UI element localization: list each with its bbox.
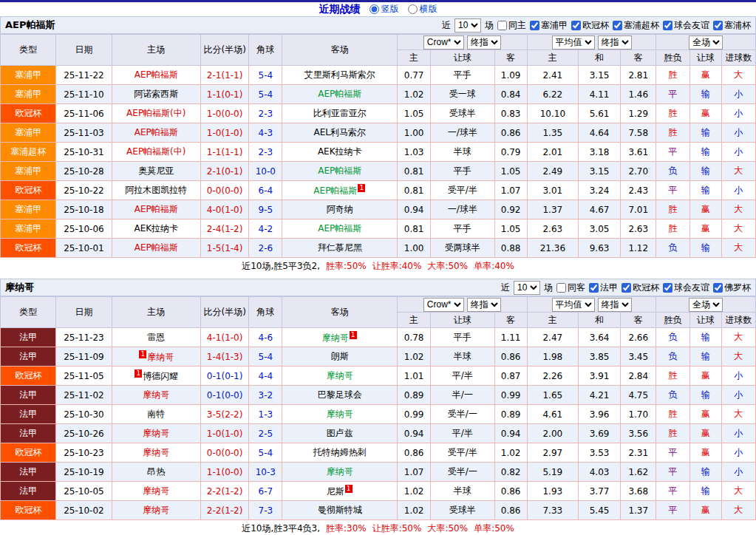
team-name[interactable]: 摩纳哥 <box>322 333 349 343</box>
avg-cell: 4.11 <box>578 85 620 104</box>
team-name[interactable]: AEP帕福斯 <box>134 242 178 253</box>
layout-option-horizontal[interactable]: 横版 <box>408 3 437 16</box>
avg-cell: 2.97 <box>527 443 578 463</box>
goals-cell: 大 <box>721 347 755 367</box>
team-name[interactable]: 托特纳姆热刺 <box>313 447 367 457</box>
avg-cell: 2.66 <box>621 328 656 347</box>
team-name[interactable]: 奥莫尼亚 <box>138 166 174 176</box>
team-name[interactable]: 摩纳哥 <box>327 409 353 419</box>
league-checkbox[interactable] <box>713 21 723 30</box>
team-name[interactable]: AEK拉纳卡 <box>318 146 362 157</box>
team-name[interactable]: 摩纳哥 <box>147 352 174 362</box>
match-row: 欧冠杯25-11-06AEP帕福斯(中)1-0(0-0)2-3比利亚雷亚尔1.0… <box>1 104 756 123</box>
away-team-cell: AEP帕福斯 <box>282 162 398 181</box>
league-filter[interactable]: 球会友谊 <box>663 19 709 32</box>
league-checkbox[interactable] <box>663 21 672 30</box>
league-filter[interactable]: 塞浦杯 <box>713 19 751 32</box>
team-name[interactable]: 摩纳哥 <box>143 428 169 438</box>
odds-company-select[interactable]: Crow* <box>423 35 464 50</box>
result-cell: 胜 <box>656 219 689 239</box>
recent-count-select[interactable]: 10 <box>454 18 481 33</box>
same-venue-checkbox[interactable] <box>497 21 507 30</box>
avg-cell: 3.64 <box>578 328 620 347</box>
league-checkbox[interactable] <box>663 283 672 293</box>
league-filter[interactable]: 欧冠杯 <box>571 19 609 32</box>
team-name[interactable]: AEK拉纳卡 <box>134 223 178 234</box>
avg-source-select[interactable]: 平均值 <box>552 35 595 50</box>
col-odds-handicap: 让球 <box>431 313 494 328</box>
team-name[interactable]: 摩纳哥 <box>143 505 169 515</box>
team-name[interactable]: 朗斯 <box>331 351 349 361</box>
league-cell: 塞浦甲 <box>1 66 56 85</box>
team-name[interactable]: 摩纳哥 <box>143 485 169 496</box>
handicap-cell: 输 <box>689 239 721 258</box>
same-venue-filter[interactable]: 同客 <box>556 282 585 294</box>
team-name[interactable]: 阿诺索西斯 <box>134 89 178 99</box>
avg-stage-select[interactable]: 终指 <box>598 298 632 312</box>
team-name[interactable]: AEL利马索尔 <box>313 127 365 137</box>
team-name[interactable]: 博德闪耀 <box>143 371 178 381</box>
odds-stage-select[interactable]: 终指 <box>467 298 501 312</box>
same-venue-checkbox[interactable] <box>556 283 566 293</box>
team-name[interactable]: AEP帕福斯 <box>134 69 178 80</box>
horizontal-layout-radio[interactable] <box>408 4 418 14</box>
team-name[interactable]: 摩纳哥 <box>143 447 169 457</box>
league-checkbox[interactable] <box>530 21 539 30</box>
league-filter[interactable]: 球会友谊 <box>663 282 709 294</box>
team-name[interactable]: 南特 <box>147 409 165 419</box>
avg-cell: 7.01 <box>621 200 656 219</box>
team-name[interactable]: AEP帕福斯 <box>318 223 361 234</box>
team-name[interactable]: 昂热 <box>147 466 165 477</box>
result-cell: 负 <box>656 328 689 347</box>
avg-cell: 3.18 <box>578 143 620 162</box>
team-name[interactable]: 巴黎足球会 <box>318 389 362 400</box>
league-checkbox[interactable] <box>713 283 723 293</box>
odds-stage-select[interactable]: 终指 <box>467 35 501 50</box>
team-name[interactable]: AEP帕福斯 <box>318 89 361 99</box>
team-name[interactable]: 摩纳哥 <box>327 370 353 381</box>
score-cell: 1-5(1-4) <box>201 239 249 258</box>
team-name[interactable]: 比利亚雷亚尔 <box>313 108 367 118</box>
league-cell: 法甲 <box>1 463 56 482</box>
odds-company-select[interactable]: Crow* <box>423 298 464 312</box>
avg-source-select[interactable]: 平均值 <box>552 298 595 312</box>
team-name[interactable]: AEP帕福斯 <box>313 185 357 196</box>
team-name[interactable]: 阿拉木图凯拉特 <box>125 185 187 195</box>
team-name[interactable]: 雷恩 <box>147 332 165 342</box>
team-name[interactable]: 曼彻斯特城 <box>318 505 362 515</box>
league-filter[interactable]: 法甲 <box>589 282 618 294</box>
layout-option-vertical[interactable]: 竖版 <box>370 3 399 16</box>
league-checkbox[interactable] <box>589 283 599 293</box>
league-filter[interactable]: 欧冠杯 <box>622 282 659 294</box>
league-filter[interactable]: 佛罗杯 <box>713 282 751 294</box>
league-checkbox[interactable] <box>571 21 581 30</box>
odds-cell: 平手 <box>431 219 494 239</box>
avg-stage-select[interactable]: 终指 <box>598 35 632 50</box>
team-name[interactable]: 摩纳哥 <box>327 466 353 477</box>
team-name[interactable]: 摩纳哥 <box>143 389 169 400</box>
col-goals: 进球数 <box>721 313 755 328</box>
team-name[interactable]: AEP帕福斯 <box>318 166 361 176</box>
team-name[interactable]: AEP帕福斯(中) <box>126 108 185 118</box>
league-checkbox[interactable] <box>613 21 622 30</box>
same-venue-filter[interactable]: 同主 <box>497 19 526 32</box>
vertical-layout-radio[interactable] <box>370 4 379 14</box>
scope-select[interactable]: 全场 <box>689 35 723 50</box>
team-name[interactable]: 艾里斯利马斯索尔 <box>304 69 375 80</box>
league-filter[interactable]: 塞浦甲 <box>530 19 568 32</box>
team-name[interactable]: 阿奇纳 <box>327 204 353 214</box>
home-team-cell: 南特 <box>112 405 200 424</box>
score-cell: 1-0(1-0) <box>201 424 249 443</box>
home-team-cell: 摩纳哥 <box>112 482 200 501</box>
team-name[interactable]: AEP帕福斯 <box>134 204 178 214</box>
league-checkbox[interactable] <box>622 283 631 293</box>
scope-select[interactable]: 全场 <box>689 298 723 312</box>
league-filter[interactable]: 塞浦超杯 <box>613 19 659 32</box>
team-name[interactable]: 尼斯 <box>327 486 344 497</box>
recent-count-select[interactable]: 10 <box>514 281 540 295</box>
avg-cell: 5.61 <box>578 104 620 123</box>
team-name[interactable]: 图卢兹 <box>327 428 353 438</box>
team-name[interactable]: AEP帕福斯(中) <box>126 146 185 157</box>
team-name[interactable]: 拜仁慕尼黑 <box>318 242 362 253</box>
team-name[interactable]: AEP帕福斯 <box>134 127 178 137</box>
